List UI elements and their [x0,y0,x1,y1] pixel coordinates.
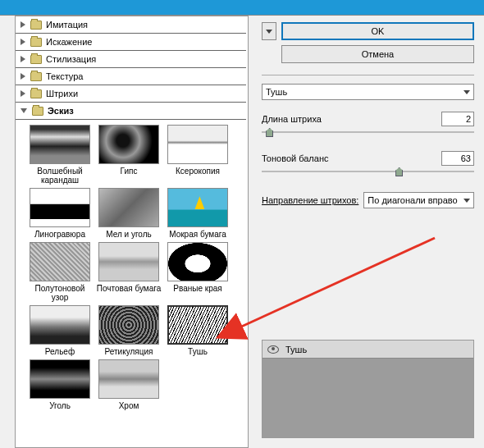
direction-select[interactable]: По диагонали вправо [363,192,474,208]
filter-thumb[interactable]: Ретикуляция [96,305,162,356]
expand-icon [21,90,25,97]
expand-icon [21,39,25,45]
stroke-length-slider[interactable] [262,128,474,139]
category-label: Стилизация [46,54,96,64]
cancel-button[interactable]: Отмена [281,45,474,63]
filter-select-value: Тушь [266,87,287,97]
category-sketch[interactable]: Эскиз [16,103,246,120]
category-label: Искажение [46,37,92,47]
stroke-length-input[interactable] [441,112,474,126]
category-label: Эскиз [48,106,74,116]
filter-categories-panel: Имитация Искажение Стилизация Текстура Ш [15,16,249,448]
filter-thumb[interactable]: Полутоновой узор [27,242,93,302]
category-stylize[interactable]: Стилизация [16,51,246,68]
collapse-icon [21,108,27,113]
filter-thumb[interactable]: Рельеф [27,305,93,356]
filter-thumb-selected[interactable]: Тушь [165,305,231,356]
filter-thumb[interactable]: Уголь [27,359,93,410]
expand-icon [21,73,25,80]
category-texture[interactable]: Текстура [16,68,246,85]
expand-icon [21,21,25,28]
filter-thumb[interactable]: Хром [96,359,162,410]
layer-name: Тушь [285,345,307,354]
folder-icon [30,55,42,64]
filter-thumb[interactable]: Линогравюра [27,188,93,239]
filter-thumb[interactable]: Рваные края [165,242,231,302]
tone-balance-slider[interactable] [262,167,474,179]
chevron-down-icon [463,199,470,203]
category-label: Имитация [46,20,88,30]
category-imitation[interactable]: Имитация [16,16,246,34]
filter-thumbnails-grid: Волшебный карандаш Гипс Ксерокопия Линог… [16,120,246,420]
direction-label: Направление штрихов: [262,195,358,205]
filter-select[interactable]: Тушь [262,84,474,100]
category-distortion[interactable]: Искажение [16,34,246,51]
filter-thumb[interactable]: Мокрая бумага [165,188,231,239]
stroke-length-label: Длина штриха [262,114,322,124]
direction-value: По диагонали вправо [368,195,457,205]
category-strokes[interactable]: Штрихи [16,85,246,103]
folder-icon [30,72,42,81]
folder-icon [32,107,43,116]
folder-icon [30,89,42,98]
ok-button[interactable]: OK [281,22,474,40]
chevron-down-icon [266,30,272,34]
expand-icon [21,56,25,62]
options-menu-button[interactable] [262,22,276,40]
chevron-down-icon [463,90,470,94]
filter-thumb[interactable]: Почтовая бумага [96,242,162,302]
effect-layers-panel: Тушь [262,340,474,438]
folder-icon [30,21,42,30]
filter-thumb[interactable]: Гипс [96,125,162,185]
filter-thumb[interactable]: Волшебный карандаш [27,125,93,185]
filter-thumb[interactable]: Ксерокопия [165,125,231,185]
visibility-icon[interactable] [267,345,279,354]
filter-options-panel: OK Отмена Тушь Длина штриха Тоновой бала… [255,16,484,448]
category-label: Штрихи [46,89,78,98]
folder-icon [30,38,42,47]
tone-balance-input[interactable] [441,151,474,166]
tone-balance-label: Тоновой баланс [262,153,329,163]
category-label: Текстура [46,71,83,81]
filter-thumb[interactable]: Мел и уголь [96,188,162,239]
